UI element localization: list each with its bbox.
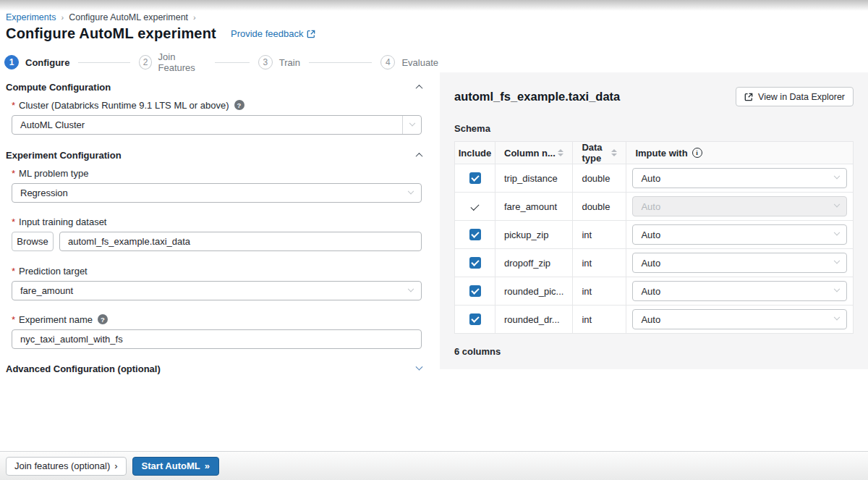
compute-configuration-section-header[interactable]: Compute Configuration — [6, 81, 422, 93]
chevron-down-icon — [834, 201, 840, 207]
sort-icon[interactable] — [558, 149, 563, 156]
sort-icon[interactable] — [611, 149, 617, 156]
impute-with-dropdown[interactable]: Auto — [632, 253, 847, 273]
header-include: Include — [455, 142, 495, 164]
include-checkbox[interactable] — [469, 257, 481, 269]
data-type-cell: int — [573, 221, 626, 249]
configure-form: Compute Configuration * Cluster (Databri… — [6, 75, 422, 374]
page-title: Configure AutoML experiment — [6, 25, 216, 42]
impute-with-dropdown[interactable]: Auto — [632, 224, 847, 245]
header-data-type[interactable]: Data type — [573, 142, 626, 164]
impute-with-dropdown[interactable]: Auto — [632, 309, 847, 329]
step-3-label: Train — [279, 57, 300, 68]
included-check-icon — [470, 203, 480, 212]
column-name-cell: trip_distance — [495, 164, 573, 193]
experiment-name-field[interactable] — [12, 329, 422, 349]
include-checkbox[interactable] — [469, 229, 481, 240]
advanced-configuration-title: Advanced Configuration (optional) — [6, 363, 161, 374]
schema-table: Include Column n... Data type Impute w — [454, 141, 854, 334]
prediction-target-label: * Prediction target — [12, 266, 422, 276]
breadcrumb-separator: › — [61, 13, 64, 22]
include-checkbox[interactable] — [469, 172, 481, 184]
column-name-cell: pickup_zip — [495, 221, 573, 249]
compute-configuration-title: Compute Configuration — [6, 82, 111, 93]
join-features-button[interactable]: Join features (optional) › — [6, 457, 127, 476]
start-automl-label: Start AutoML — [142, 460, 200, 471]
cluster-label: * Cluster (Databricks Runtime 9.1 LTS ML… — [12, 100, 422, 110]
join-features-label: Join features (optional) — [14, 460, 110, 471]
schema-table-row: pickup_zip int Auto — [455, 221, 854, 249]
experiment-configuration-title: Experiment Configuration — [6, 150, 122, 161]
breadcrumb-experiments-link[interactable]: Experiments — [6, 12, 56, 22]
chevron-down-icon — [408, 285, 414, 291]
collapse-chevron-up-icon[interactable] — [416, 84, 423, 91]
step-configure[interactable]: 1 Configure — [4, 55, 69, 70]
step-connector — [78, 62, 130, 63]
step-4-circle: 4 — [380, 55, 395, 70]
data-type-cell: int — [573, 249, 626, 277]
impute-with-value: Auto — [641, 230, 660, 240]
advanced-configuration-section-header[interactable]: Advanced Configuration (optional) — [6, 363, 422, 374]
bottom-action-bar: Join features (optional) › Start AutoML … — [0, 451, 868, 480]
required-asterisk: * — [12, 266, 15, 277]
header-column-name[interactable]: Column n... — [495, 142, 573, 164]
start-automl-button[interactable]: Start AutoML » — [132, 457, 219, 476]
cluster-select[interactable]: AutoML Cluster — [12, 115, 422, 135]
data-type-cell: double — [573, 193, 626, 221]
dataset-title: automl_fs_example.taxi_data — [454, 90, 620, 104]
ml-problem-type-value: Regression — [20, 188, 68, 198]
column-name-cell: fare_amount — [495, 193, 573, 221]
step-evaluate[interactable]: 4 Evaluate — [380, 55, 438, 70]
include-checkbox[interactable] — [469, 313, 481, 325]
chevron-down-icon — [834, 173, 840, 179]
step-connector — [215, 62, 250, 63]
impute-with-dropdown[interactable]: Auto — [632, 281, 847, 301]
provide-feedback-link[interactable]: Provide feedback — [231, 28, 315, 39]
breadcrumb-current: Configure AutoML experiment — [69, 12, 188, 22]
step-2-circle: 2 — [139, 55, 151, 70]
impute-with-value: Auto — [641, 258, 660, 269]
step-1-circle: 1 — [4, 55, 19, 70]
column-count: 6 columns — [454, 346, 854, 357]
schema-table-row: dropoff_zip int Auto — [455, 249, 854, 277]
column-name-cell: dropoff_zip — [495, 249, 573, 277]
expand-chevron-down-icon[interactable] — [416, 363, 423, 370]
experiment-name-help-icon[interactable] — [98, 314, 108, 324]
dataset-panel: automl_fs_example.taxi_data View in Data… — [440, 72, 868, 369]
browse-button[interactable]: Browse — [12, 232, 54, 251]
chevron-down-icon — [408, 188, 414, 193]
impute-with-value: Auto — [641, 173, 660, 184]
step-connector — [309, 62, 372, 63]
experiment-configuration-section-header[interactable]: Experiment Configuration — [6, 149, 422, 161]
ml-problem-type-select[interactable]: Regression — [12, 183, 422, 203]
schema-table-row: rounded_dr... int Auto — [455, 306, 854, 334]
step-train[interactable]: 3 Train — [258, 55, 300, 70]
view-in-data-explorer-button[interactable]: View in Data Explorer — [736, 87, 854, 106]
column-name-cell: rounded_pic... — [495, 277, 573, 306]
step-join-features[interactable]: 2 Join Features — [139, 51, 205, 73]
data-type-cell: double — [573, 164, 626, 193]
info-icon[interactable] — [692, 148, 702, 158]
schema-table-row: fare_amount double Auto — [455, 193, 854, 221]
prediction-target-select[interactable]: fare_amount — [12, 281, 422, 300]
collapse-chevron-up-icon[interactable] — [416, 152, 423, 159]
impute-with-dropdown[interactable]: Auto — [632, 168, 847, 188]
cluster-help-icon[interactable] — [234, 100, 244, 110]
data-type-cell: int — [573, 277, 626, 306]
external-link-icon — [744, 93, 753, 101]
step-4-label: Evaluate — [401, 57, 438, 68]
include-checkbox[interactable] — [469, 285, 481, 297]
input-dataset-field[interactable] — [59, 232, 422, 251]
required-asterisk: * — [12, 100, 15, 111]
schema-table-row: trip_distance double Auto — [455, 164, 854, 193]
cluster-select-value: AutoML Cluster — [20, 119, 85, 130]
step-2-label: Join Features — [158, 51, 206, 73]
chevron-down-icon — [834, 258, 840, 264]
data-type-cell: int — [573, 306, 626, 334]
required-asterisk: * — [12, 314, 15, 325]
impute-with-value: Auto — [641, 314, 660, 325]
impute-with-dropdown: Auto — [632, 196, 847, 216]
experiment-name-label: * Experiment name — [12, 314, 422, 324]
view-in-data-explorer-label: View in Data Explorer — [758, 92, 845, 102]
input-dataset-row: Browse — [12, 232, 422, 251]
